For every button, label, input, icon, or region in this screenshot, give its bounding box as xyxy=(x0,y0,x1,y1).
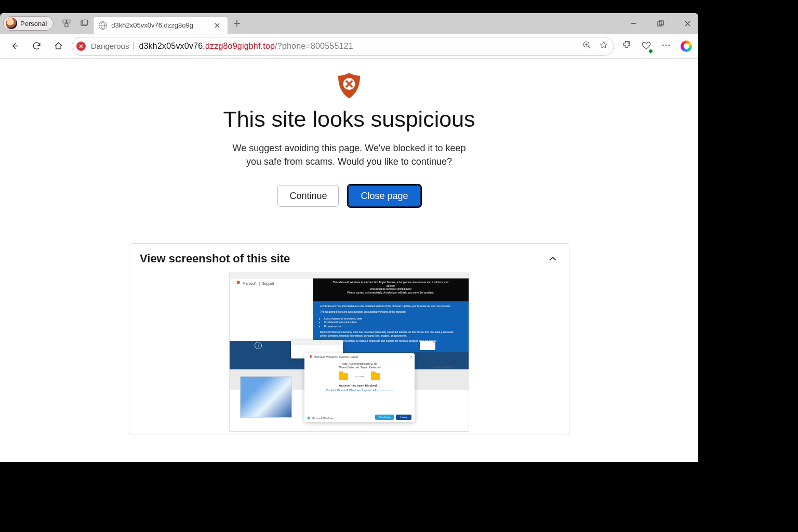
back-button[interactable] xyxy=(6,38,23,55)
svg-rect-4 xyxy=(83,20,88,25)
svg-point-9 xyxy=(662,44,664,46)
browser-window: Personal d3kh2x05vx0v76.dzzg8o9g xyxy=(0,13,698,462)
profile-switcher[interactable]: Personal xyxy=(3,16,54,31)
minimize-button[interactable] xyxy=(626,20,641,26)
close-page-button[interactable]: Close page xyxy=(348,185,420,207)
tab-title: d3kh2x05vx0v76.dzzg8o9g xyxy=(111,21,208,29)
svg-rect-5 xyxy=(658,22,662,26)
workspaces-icon[interactable] xyxy=(58,15,75,32)
maximize-button[interactable] xyxy=(653,20,668,27)
continue-button[interactable]: Continue xyxy=(277,185,339,207)
refresh-button[interactable] xyxy=(28,38,45,55)
tab-strip: Personal d3kh2x05vx0v76.dzzg8o9g xyxy=(0,13,698,34)
action-buttons: Continue Close page xyxy=(277,185,420,207)
window-controls xyxy=(626,13,695,34)
svg-rect-6 xyxy=(659,21,663,25)
zoom-icon[interactable] xyxy=(582,41,592,52)
screenshot-panel: View screenshot of this site Microsoft |… xyxy=(129,243,569,434)
toolbar-right xyxy=(619,40,692,52)
home-button[interactable] xyxy=(50,38,66,55)
extensions-icon[interactable] xyxy=(621,40,632,52)
screenshot-panel-title: View screenshot of this site xyxy=(140,252,290,265)
close-window-button[interactable] xyxy=(680,20,695,27)
page-headline: This site looks suspicious xyxy=(223,107,475,132)
shield-icon xyxy=(335,71,364,100)
toolbar: Dangerous d3kh2x05vx0v76.dzzg8o9gigbhf.t… xyxy=(0,34,698,59)
page-subtext: We suggest avoiding this page. We've blo… xyxy=(224,141,474,168)
page-content: This site looks suspicious We suggest av… xyxy=(0,59,698,462)
globe-icon xyxy=(99,21,107,30)
security-status: Dangerous xyxy=(91,42,134,50)
close-tab-button[interactable] xyxy=(212,20,222,31)
tab-actions-icon[interactable] xyxy=(75,15,93,32)
chevron-up-icon xyxy=(547,253,558,264)
address-bar[interactable]: Dangerous d3kh2x05vx0v76.dzzg8o9gigbhf.t… xyxy=(72,37,614,56)
danger-icon xyxy=(76,42,86,51)
active-tab[interactable]: d3kh2x05vx0v76.dzzg8o9g xyxy=(93,16,228,34)
new-tab-button[interactable] xyxy=(228,15,246,32)
profile-label: Personal xyxy=(20,20,47,28)
svg-rect-1 xyxy=(67,20,70,23)
favorites-hub-icon[interactable] xyxy=(641,40,651,52)
favorite-icon[interactable] xyxy=(599,41,608,52)
copilot-icon[interactable] xyxy=(681,41,692,52)
svg-point-10 xyxy=(666,44,667,46)
screenshot-panel-header[interactable]: View screenshot of this site xyxy=(140,252,558,265)
avatar xyxy=(6,18,17,29)
svg-rect-2 xyxy=(65,24,68,27)
svg-point-11 xyxy=(669,44,670,46)
more-icon[interactable] xyxy=(661,40,671,52)
site-screenshot-thumbnail: Microsoft | Support × This Microsoft Win… xyxy=(229,272,469,432)
svg-point-8 xyxy=(628,41,630,43)
svg-rect-0 xyxy=(63,20,66,23)
url-display: d3kh2x05vx0v76.dzzg8o9gigbhf.top/?phone=… xyxy=(139,42,353,51)
